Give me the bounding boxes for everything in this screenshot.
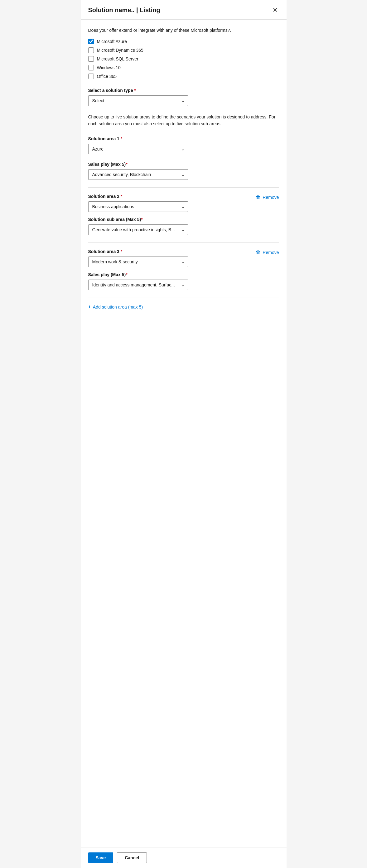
solution-area-2-block: Solution area 2 * Business applications … xyxy=(88,194,279,235)
checkbox-input-windows-10[interactable] xyxy=(88,65,94,70)
trash-icon-3: 🗑 xyxy=(256,250,261,255)
checkbox-input-microsoft-azure[interactable] xyxy=(88,39,94,44)
solution-area-2-required-marker: * xyxy=(121,194,122,199)
sales-play-3-required-marker: * xyxy=(126,272,127,277)
solution-area-3-select[interactable]: Modern work & security xyxy=(88,256,188,267)
remove-solution-area-2-label: Remove xyxy=(263,195,279,200)
sales-play-3-select[interactable]: Identity and access management, Surfac..… xyxy=(88,280,188,290)
solution-area-2-label: Solution area 2 * xyxy=(88,194,256,199)
solution-area-1-block: Solution area 1 * Azure ⌄ Sales play (Ma… xyxy=(88,136,279,180)
sales-play-3-section: Sales play (Max 5)* Identity and access … xyxy=(88,272,279,290)
solution-area-1-section: Solution area 1 * Azure ⌄ xyxy=(88,136,279,154)
solution-area-1-select-wrapper: Azure ⌄ xyxy=(88,144,188,154)
solution-sub-area-2-section: Solution sub area (Max 5)* Generate valu… xyxy=(88,217,279,235)
divider-1 xyxy=(88,187,279,188)
checkbox-microsoft-sql-server[interactable]: Microsoft SQL Server xyxy=(88,56,279,62)
divider-3 xyxy=(88,298,279,298)
panel-title: Solution name.. | Listing xyxy=(88,6,160,14)
add-solution-area-label: Add solution area (max 5) xyxy=(93,305,143,309)
solution-area-3-block: Solution area 3 * Modern work & security… xyxy=(88,249,279,290)
solution-area-1-select[interactable]: Azure xyxy=(88,144,188,154)
add-solution-area-button[interactable]: + Add solution area (max 5) xyxy=(88,304,143,310)
solution-type-select[interactable]: Select xyxy=(88,95,188,106)
solution-area-3-header: Solution area 3 * Modern work & security… xyxy=(88,249,279,267)
solution-type-select-wrapper: Select ⌄ xyxy=(88,95,188,106)
remove-solution-area-3-label: Remove xyxy=(263,250,279,255)
solution-area-3-section: Solution area 3 * Modern work & security… xyxy=(88,249,256,267)
solution-sub-area-2-select-wrapper: Generate value with proactive insights, … xyxy=(88,224,188,235)
solution-area-1-required-marker: * xyxy=(121,136,122,141)
solution-area-2-section: Solution area 2 * Business applications … xyxy=(88,194,256,212)
platforms-question: Does your offer extend or integrate with… xyxy=(88,27,279,34)
solution-area-1-label: Solution area 1 * xyxy=(88,136,279,141)
sales-play-1-required-marker: * xyxy=(126,162,127,167)
panel: Solution name.. | Listing ✕ Does your of… xyxy=(81,0,286,868)
solution-area-2-select[interactable]: Business applications xyxy=(88,202,188,212)
solution-area-3-select-wrapper: Modern work & security ⌄ xyxy=(88,256,188,267)
solution-area-2-select-wrapper: Business applications ⌄ xyxy=(88,202,188,212)
divider-2 xyxy=(88,243,279,243)
checkbox-windows-10[interactable]: Windows 10 xyxy=(88,65,279,70)
remove-solution-area-2-button[interactable]: 🗑 Remove xyxy=(256,194,279,200)
checkbox-label-microsoft-dynamics-365: Microsoft Dynamics 365 xyxy=(97,48,144,53)
solution-type-label: Select a solution type * xyxy=(88,88,279,93)
solution-type-required-marker: * xyxy=(134,88,135,93)
solution-area-3-label: Solution area 3 * xyxy=(88,249,256,254)
sales-play-1-label: Sales play (Max 5)* xyxy=(88,162,279,167)
panel-content: Does your offer extend or integrate with… xyxy=(81,20,286,847)
checkbox-input-microsoft-dynamics-365[interactable] xyxy=(88,48,94,53)
checkbox-input-microsoft-sql-server[interactable] xyxy=(88,56,94,62)
sales-play-1-select-wrapper: Advanced security, Blockchain ⌄ xyxy=(88,169,188,180)
checkbox-label-office-365: Office 365 xyxy=(97,74,117,79)
checkbox-microsoft-dynamics-365[interactable]: Microsoft Dynamics 365 xyxy=(88,48,279,53)
checkbox-microsoft-azure[interactable]: Microsoft Azure xyxy=(88,39,279,44)
sales-play-1-section: Sales play (Max 5)* Advanced security, B… xyxy=(88,162,279,180)
plus-icon: + xyxy=(88,304,91,310)
solution-area-3-required-marker: * xyxy=(121,249,122,254)
checkbox-label-windows-10: Windows 10 xyxy=(97,65,121,70)
solution-sub-area-2-label: Solution sub area (Max 5)* xyxy=(88,217,279,222)
panel-header: Solution name.. | Listing ✕ xyxy=(81,0,286,20)
remove-solution-area-3-button[interactable]: 🗑 Remove xyxy=(256,250,279,255)
panel-footer: Save Cancel xyxy=(81,847,286,868)
sales-play-3-select-wrapper: Identity and access management, Surfac..… xyxy=(88,280,188,290)
sales-play-1-select[interactable]: Advanced security, Blockchain xyxy=(88,169,188,180)
checkbox-label-microsoft-azure: Microsoft Azure xyxy=(97,39,127,44)
solution-area-2-header: Solution area 2 * Business applications … xyxy=(88,194,279,212)
close-button[interactable]: ✕ xyxy=(271,6,279,14)
close-icon: ✕ xyxy=(273,7,278,13)
trash-icon-2: 🗑 xyxy=(256,194,261,200)
save-button[interactable]: Save xyxy=(88,852,114,863)
sales-play-3-label: Sales play (Max 5)* xyxy=(88,272,279,277)
cancel-button[interactable]: Cancel xyxy=(117,852,147,863)
checkbox-input-office-365[interactable] xyxy=(88,73,94,79)
solution-type-section: Select a solution type * Select ⌄ xyxy=(88,88,279,106)
solution-sub-area-2-select[interactable]: Generate value with proactive insights, … xyxy=(88,224,188,235)
platforms-checkbox-group: Microsoft Azure Microsoft Dynamics 365 M… xyxy=(88,39,279,79)
instructions-text: Choose up to five solution areas to defi… xyxy=(88,114,279,127)
checkbox-label-microsoft-sql-server: Microsoft SQL Server xyxy=(97,56,139,61)
solution-sub-area-2-required-marker: * xyxy=(141,217,143,222)
checkbox-office-365[interactable]: Office 365 xyxy=(88,73,279,79)
